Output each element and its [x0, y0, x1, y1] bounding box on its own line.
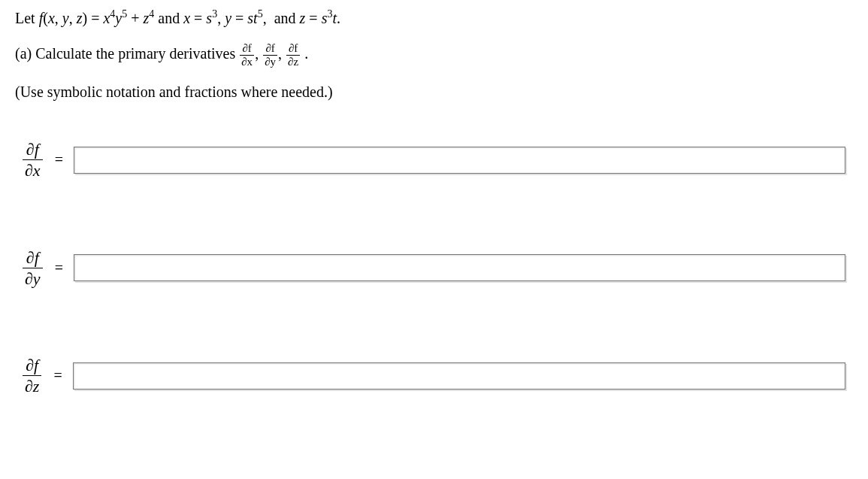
- part-a: (a) Calculate the primary derivatives ∂f…: [15, 42, 853, 68]
- answer-label-fraction: ∂f ∂x: [23, 140, 43, 180]
- answer-row-dz: ∂f ∂z =: [23, 356, 853, 396]
- derivative-fraction: ∂f∂x: [240, 42, 254, 68]
- problem-statement: Let f(x, y, z) = x4y5 + z4 and x = s3, y…: [15, 8, 853, 29]
- derivative-fraction: ∂f∂z: [286, 42, 300, 68]
- derivative-fraction: ∂f∂y: [263, 42, 277, 68]
- equals-sign: =: [55, 151, 63, 168]
- problem-intro: Let f(x, y, z) = x4y5 + z4 and x = s3, y…: [15, 10, 340, 26]
- note: (Use symbolic notation and fractions whe…: [15, 81, 853, 102]
- equals-sign: =: [55, 259, 63, 277]
- answer-input-dy[interactable]: [74, 254, 845, 281]
- answer-input-dz[interactable]: [73, 362, 845, 390]
- part-a-prefix: (a) Calculate the primary derivatives: [15, 45, 239, 62]
- answer-row-dx: ∂f ∂x =: [23, 140, 853, 180]
- equals-sign: =: [53, 367, 62, 384]
- answer-label-fraction: ∂f ∂z: [23, 356, 41, 396]
- answer-input-dx[interactable]: [74, 147, 845, 174]
- answer-row-dy: ∂f ∂y =: [23, 248, 853, 289]
- answer-label-fraction: ∂f ∂y: [23, 248, 43, 289]
